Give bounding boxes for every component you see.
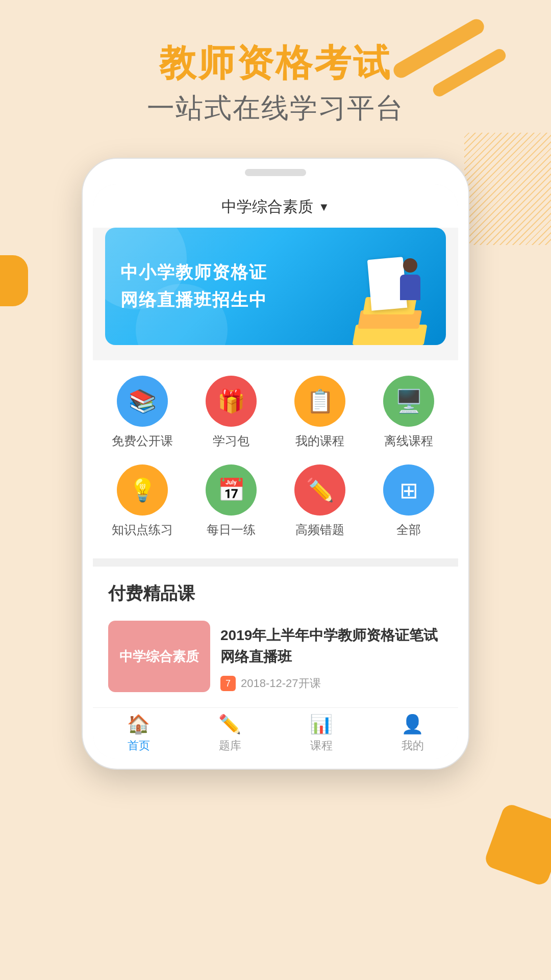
icon-item-daily[interactable]: 📅 每日一练 bbox=[195, 464, 267, 538]
premium-section: 付费精品课 中学综合素质 2019年上半年中学教师资格证笔试网络直播班 7 20… bbox=[93, 567, 458, 707]
icon-row-1: 📚 免费公开课 🎁 学习包 📋 我的课程 🖥️ 离线课程 bbox=[98, 371, 453, 459]
errors-label: 高频错题 bbox=[295, 522, 344, 538]
icon-item-knowledge[interactable]: 💡 知识点练习 bbox=[107, 464, 178, 538]
courses-label: 课程 bbox=[310, 738, 333, 753]
banner[interactable]: 中小学教师资格证 网络直播班招生中 bbox=[105, 228, 446, 345]
knowledge-icon: 💡 bbox=[117, 464, 168, 516]
questions-icon: ✏️ bbox=[218, 714, 241, 735]
dropdown-arrow-icon[interactable]: ▼ bbox=[318, 201, 330, 214]
deco-lines-topright bbox=[464, 133, 551, 245]
knowledge-label: 知识点练习 bbox=[112, 522, 173, 538]
main-title: 教师资格考试 bbox=[0, 41, 551, 85]
phone-screen: 中学综合素质 ▼ 中小学教师资格证 网络直播班招生中 bbox=[93, 184, 458, 758]
banner-line2: 网络直播班招生中 bbox=[120, 288, 431, 312]
icon-item-my-course[interactable]: 📋 我的课程 bbox=[284, 376, 356, 449]
bottom-nav: 🏠 首页 ✏️ 题库 📊 课程 👤 我的 bbox=[93, 707, 458, 758]
questions-label: 题库 bbox=[219, 738, 241, 753]
mine-label: 我的 bbox=[402, 738, 424, 753]
nav-item-mine[interactable]: 👤 我的 bbox=[367, 708, 458, 758]
nav-item-courses[interactable]: 📊 课程 bbox=[276, 708, 367, 758]
daily-icon: 📅 bbox=[206, 464, 257, 516]
banner-line1: 中小学教师资格证 bbox=[120, 261, 431, 284]
screen-header[interactable]: 中学综合素质 ▼ bbox=[93, 184, 458, 228]
course-date: 2018-12-27开课 bbox=[241, 676, 321, 691]
course-info: 2019年上半年中学教师资格证笔试网络直播班 7 2018-12-27开课 bbox=[220, 621, 443, 691]
phone-speaker bbox=[245, 169, 306, 176]
icon-grid: 📚 免费公开课 🎁 学习包 📋 我的课程 🖥️ 离线课程 bbox=[93, 360, 458, 558]
icon-item-errors[interactable]: ✏️ 高频错题 bbox=[284, 464, 356, 538]
nav-item-home[interactable]: 🏠 首页 bbox=[93, 708, 184, 758]
dropdown-label: 中学综合素质 bbox=[221, 197, 313, 217]
course-card[interactable]: 中学综合素质 2019年上半年中学教师资格证笔试网络直播班 7 2018-12-… bbox=[108, 616, 443, 697]
icon-item-free-course[interactable]: 📚 免费公开课 bbox=[107, 376, 178, 449]
all-icon: ⊞ bbox=[383, 464, 434, 516]
errors-icon: ✏️ bbox=[294, 464, 345, 516]
course-thumbnail: 中学综合素质 bbox=[108, 621, 210, 692]
my-course-label: 我的课程 bbox=[295, 433, 344, 449]
courses-icon: 📊 bbox=[310, 714, 333, 735]
sub-title: 一站式在线学习平台 bbox=[0, 90, 551, 127]
all-label: 全部 bbox=[396, 522, 421, 538]
deco-bottom-right bbox=[483, 802, 551, 888]
mine-icon: 👤 bbox=[401, 714, 424, 735]
daily-label: 每日一练 bbox=[207, 522, 256, 538]
nav-item-questions[interactable]: ✏️ 题库 bbox=[184, 708, 276, 758]
icon-item-all[interactable]: ⊞ 全部 bbox=[373, 464, 444, 538]
offline-icon: 🖥️ bbox=[383, 376, 434, 427]
study-pack-label: 学习包 bbox=[213, 433, 249, 449]
date-icon: 7 bbox=[220, 676, 236, 691]
icon-item-study-pack[interactable]: 🎁 学习包 bbox=[195, 376, 267, 449]
study-pack-icon: 🎁 bbox=[206, 376, 257, 427]
my-course-icon: 📋 bbox=[294, 376, 345, 427]
course-name: 2019年上半年中学教师资格证笔试网络直播班 bbox=[220, 625, 443, 668]
phone-mockup: 中学综合素质 ▼ 中小学教师资格证 网络直播班招生中 bbox=[82, 158, 469, 770]
icon-row-2: 💡 知识点练习 📅 每日一练 ✏️ 高频错题 ⊞ 全部 bbox=[98, 459, 453, 548]
banner-text: 中小学教师资格证 网络直播班招生中 bbox=[120, 261, 431, 312]
free-course-icon: 📚 bbox=[117, 376, 168, 427]
phone-outer: 中学综合素质 ▼ 中小学教师资格证 网络直播班招生中 bbox=[82, 158, 469, 770]
deco-left-orange bbox=[0, 255, 28, 306]
course-date-row: 7 2018-12-27开课 bbox=[220, 676, 443, 691]
header-area: 教师资格考试 一站式在线学习平台 bbox=[0, 0, 551, 142]
free-course-label: 免费公开课 bbox=[112, 433, 173, 449]
home-icon: 🏠 bbox=[127, 714, 150, 735]
section-separator bbox=[93, 558, 458, 567]
premium-title: 付费精品课 bbox=[108, 582, 443, 605]
icon-item-offline[interactable]: 🖥️ 离线课程 bbox=[373, 376, 444, 449]
offline-label: 离线课程 bbox=[384, 433, 433, 449]
home-label: 首页 bbox=[128, 738, 150, 753]
